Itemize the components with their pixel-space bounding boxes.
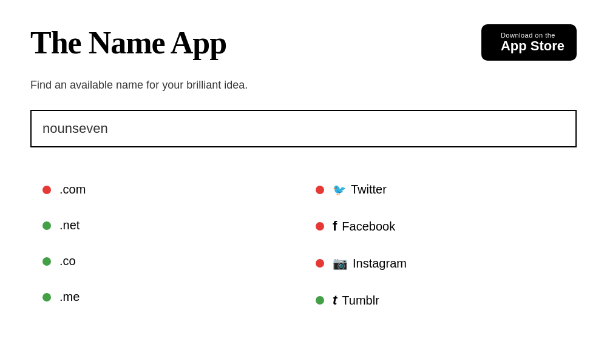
social-label-instagram: 📷 Instagram xyxy=(333,256,407,271)
tumblr-icon: t xyxy=(333,292,337,308)
list-item: 📷 Instagram xyxy=(304,245,577,281)
status-dot-twitter xyxy=(316,186,324,194)
status-dot-instagram xyxy=(316,259,324,268)
list-item: .net xyxy=(30,207,304,243)
social-results-column: 🐦 Twitter f Facebook 📷 Instagram t Tumbl… xyxy=(304,172,577,319)
list-item: 🐦 Twitter xyxy=(304,172,577,207)
status-dot-tumblr xyxy=(316,296,324,305)
social-label-tumblr: t Tumblr xyxy=(333,292,379,308)
domain-label-co: .co xyxy=(59,254,76,268)
status-dot-me xyxy=(42,293,51,302)
list-item: f Facebook xyxy=(304,207,577,245)
list-item: .me xyxy=(30,279,304,315)
domain-label-me: .me xyxy=(59,290,80,304)
search-input[interactable] xyxy=(30,110,577,147)
domain-label-net: .net xyxy=(59,218,80,232)
search-container xyxy=(30,110,577,147)
store-name-label: App Store xyxy=(501,39,565,53)
app-store-button[interactable]: Download on the App Store xyxy=(481,24,577,61)
list-item: t Tumblr xyxy=(304,281,577,319)
status-dot-net xyxy=(42,221,51,230)
facebook-icon: f xyxy=(333,218,337,234)
tagline: Find an available name for your brillian… xyxy=(30,79,577,92)
page-header: The Name App Download on the App Store xyxy=(30,24,577,61)
list-item: .com xyxy=(30,172,304,207)
social-label-twitter: 🐦 Twitter xyxy=(333,183,387,197)
status-dot-com xyxy=(42,186,51,194)
domain-results-column: .com .net .co .me xyxy=(30,172,304,319)
instagram-icon: 📷 xyxy=(333,256,348,271)
list-item: .co xyxy=(30,243,304,279)
app-store-text: Download on the App Store xyxy=(501,32,565,53)
domain-label-com: .com xyxy=(59,183,86,197)
social-label-facebook: f Facebook xyxy=(333,218,395,234)
results-grid: .com .net .co .me 🐦 Twitter f Fac xyxy=(30,172,577,319)
page-title: The Name App xyxy=(30,25,226,61)
twitter-icon: 🐦 xyxy=(333,183,346,197)
status-dot-co xyxy=(42,257,51,266)
status-dot-facebook xyxy=(316,222,324,231)
